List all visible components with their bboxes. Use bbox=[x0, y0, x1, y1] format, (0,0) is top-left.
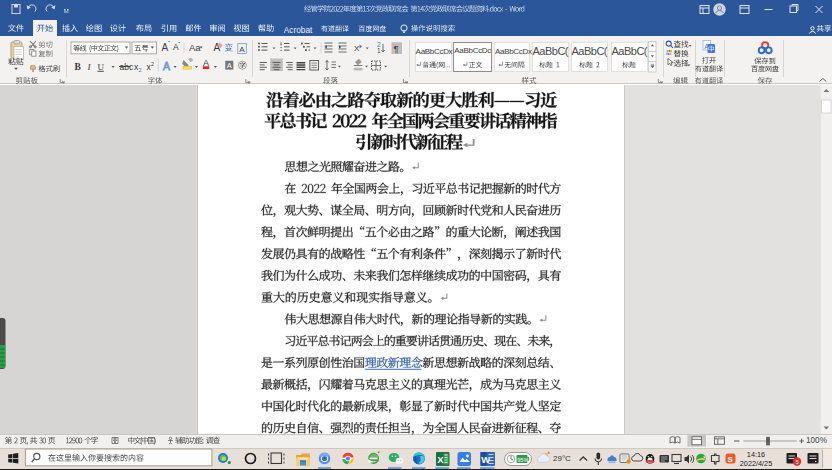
svg-text:X: X bbox=[437, 454, 444, 465]
svg-text:ˇ: ˇ bbox=[178, 41, 180, 47]
svg-text:Aa: Aa bbox=[189, 42, 201, 53]
svg-text:W: W bbox=[481, 454, 490, 465]
svg-text:A: A bbox=[203, 58, 209, 68]
svg-text:A: A bbox=[239, 45, 245, 54]
svg-text:U: U bbox=[98, 62, 105, 72]
svg-text:2: 2 bbox=[139, 67, 142, 73]
svg-text:¶: ¶ bbox=[394, 43, 399, 54]
svg-text:S: S bbox=[728, 455, 734, 464]
svg-text:95%: 95% bbox=[517, 457, 528, 463]
svg-text:I: I bbox=[87, 62, 92, 72]
svg-text:A: A bbox=[163, 60, 170, 72]
svg-text:X: X bbox=[354, 44, 360, 53]
svg-text:B: B bbox=[75, 62, 82, 72]
svg-text:ˆ: ˆ bbox=[168, 40, 170, 46]
svg-text:1: 1 bbox=[377, 47, 381, 54]
svg-text:2: 2 bbox=[151, 61, 154, 67]
svg-text:A: A bbox=[227, 61, 232, 70]
